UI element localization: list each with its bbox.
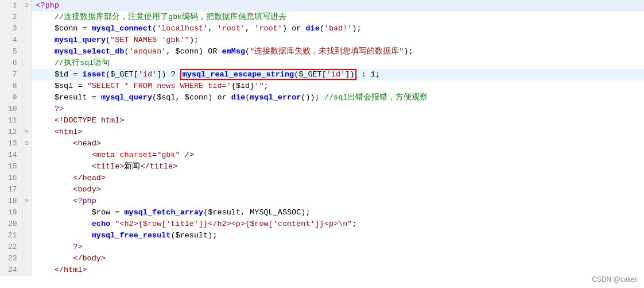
fold-icon xyxy=(22,23,31,34)
table-row: 3 $conn = mysql_connect('localhost', 'ro… xyxy=(0,23,644,34)
table-row: 11 <!DOCTYPE html> xyxy=(0,115,644,126)
table-row: 4 mysql_query("SET NAMES 'gbk'"); xyxy=(0,34,644,46)
code-line: <?php xyxy=(31,0,644,11)
fold-icon[interactable]: ⊟ xyxy=(22,195,31,207)
fold-icon[interactable]: ⊟ xyxy=(22,0,31,11)
fold-icon xyxy=(22,80,31,92)
fold-icon[interactable]: ⊟ xyxy=(22,126,31,138)
line-number: 20 xyxy=(0,218,22,230)
code-line: </body> xyxy=(31,253,644,264)
table-row: 13 ⊟ <head> xyxy=(0,138,644,149)
table-row: 24 </html> xyxy=(0,264,644,276)
line-number: 13 xyxy=(0,138,22,149)
table-row: 5 mysql_select_db('anquan', $conn) OR em… xyxy=(0,46,644,57)
line-number: 19 xyxy=(0,207,22,218)
code-line: echo "<h2>{$row['title']}</h2><p>{$row['… xyxy=(31,218,644,230)
fold-icon xyxy=(22,207,31,218)
code-line: <meta charset="gbk" /> xyxy=(31,149,644,161)
fold-icon xyxy=(22,230,31,241)
line-number: 10 xyxy=(0,103,22,115)
code-line: <?php xyxy=(31,195,644,207)
code-line: ?> xyxy=(31,103,644,115)
line-number: 9 xyxy=(0,92,22,103)
code-line: </head> xyxy=(31,172,644,184)
line-number: 15 xyxy=(0,161,22,172)
fold-icon xyxy=(22,115,31,126)
code-line: <html> xyxy=(31,126,644,138)
line-number: 3 xyxy=(0,23,22,34)
code-line: $id = isset($_GET['id']) ? mysql_real_es… xyxy=(31,69,644,80)
code-table: 1 ⊟ <?php 2 //连接数据库部分，注意使用了gbk编码，把数据库信息填… xyxy=(0,0,644,276)
fold-icon xyxy=(22,11,31,23)
code-line: //执行sql语句 xyxy=(31,57,644,69)
line-number: 11 xyxy=(0,115,22,126)
fold-icon[interactable]: ⊟ xyxy=(22,138,31,149)
line-number: 24 xyxy=(0,264,22,276)
line-number: 23 xyxy=(0,253,22,264)
table-row: 7 $id = isset($_GET['id']) ? mysql_real_… xyxy=(0,69,644,80)
code-line: <title>新闻</title> xyxy=(31,161,644,172)
fold-icon xyxy=(22,241,31,253)
table-row: 19 $row = mysql_fetch_array($result, MYS… xyxy=(0,207,644,218)
line-number: 12 xyxy=(0,126,22,138)
code-line: $row = mysql_fetch_array($result, MYSQL_… xyxy=(31,207,644,218)
table-row: 9 $result = mysql_query($sql, $conn) or … xyxy=(0,92,644,103)
table-row: 1 ⊟ <?php xyxy=(0,0,644,11)
fold-icon xyxy=(22,57,31,69)
line-number: 7 xyxy=(0,69,22,80)
table-row: 20 echo "<h2>{$row['title']}</h2><p>{$ro… xyxy=(0,218,644,230)
table-row: 17 <body> xyxy=(0,184,644,195)
line-number: 6 xyxy=(0,57,22,69)
line-number: 18 xyxy=(0,195,22,207)
line-number: 5 xyxy=(0,46,22,57)
code-line: ?> xyxy=(31,241,644,253)
code-line: mysql_query("SET NAMES 'gbk'"); xyxy=(31,34,644,46)
code-line: mysql_select_db('anquan', $conn) OR emMs… xyxy=(31,46,644,57)
table-row: 8 $sql = "SELECT * FROM news WHERE tid='… xyxy=(0,80,644,92)
table-row: 2 //连接数据库部分，注意使用了gbk编码，把数据库信息填写进去 xyxy=(0,11,644,23)
table-row: 16 </head> xyxy=(0,172,644,184)
line-number: 14 xyxy=(0,149,22,161)
table-row: 12 ⊟ <html> xyxy=(0,126,644,138)
line-number: 2 xyxy=(0,11,22,23)
code-line: <head> xyxy=(31,138,644,149)
table-row: 15 <title>新闻</title> xyxy=(0,161,644,172)
fold-icon xyxy=(22,34,31,46)
fold-icon xyxy=(22,253,31,264)
table-row: 14 <meta charset="gbk" /> xyxy=(0,149,644,161)
fold-icon xyxy=(22,92,31,103)
fold-icon xyxy=(22,103,31,115)
fold-icon xyxy=(22,264,31,276)
code-line: $sql = "SELECT * FROM news WHERE tid='{$… xyxy=(31,80,644,92)
fold-icon xyxy=(22,69,31,80)
code-line: $conn = mysql_connect('localhost', 'root… xyxy=(31,23,644,34)
code-line: <body> xyxy=(31,184,644,195)
line-number: 8 xyxy=(0,80,22,92)
fold-icon xyxy=(22,46,31,57)
table-row: 21 mysql_free_result($result); xyxy=(0,230,644,241)
line-number: 16 xyxy=(0,172,22,184)
fold-icon xyxy=(22,161,31,172)
code-line: <!DOCTYPE html> xyxy=(31,115,644,126)
code-editor: 1 ⊟ <?php 2 //连接数据库部分，注意使用了gbk编码，把数据库信息填… xyxy=(0,0,644,288)
code-line: mysql_free_result($result); xyxy=(31,230,644,241)
code-line: //连接数据库部分，注意使用了gbk编码，把数据库信息填写进去 xyxy=(31,11,644,23)
table-row: 22 ?> xyxy=(0,241,644,253)
code-line: $result = mysql_query($sql, $conn) or di… xyxy=(31,92,644,103)
fold-icon xyxy=(22,184,31,195)
code-line: </html> xyxy=(31,264,644,276)
line-number: 21 xyxy=(0,230,22,241)
table-row: 18 ⊟ <?php xyxy=(0,195,644,207)
line-number: 22 xyxy=(0,241,22,253)
table-row: 23 </body> xyxy=(0,253,644,264)
table-row: 10 ?> xyxy=(0,103,644,115)
fold-icon xyxy=(22,218,31,230)
watermark-text: CSDN @caker xyxy=(592,275,637,283)
line-number: 1 xyxy=(0,0,22,11)
table-row: 6 //执行sql语句 xyxy=(0,57,644,69)
fold-icon xyxy=(22,172,31,184)
line-number: 4 xyxy=(0,34,22,46)
line-number: 17 xyxy=(0,184,22,195)
fold-icon xyxy=(22,149,31,161)
